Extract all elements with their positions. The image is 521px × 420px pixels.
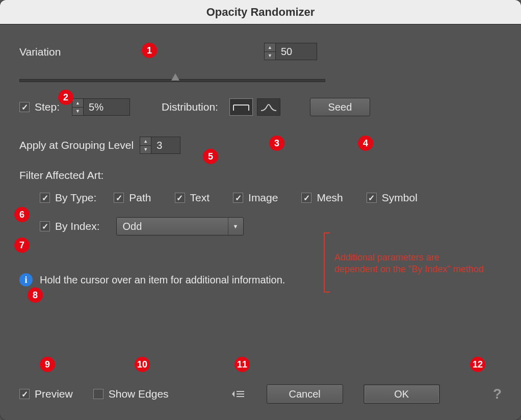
dialog-title: Opacity Randomizer (206, 6, 315, 19)
type-text-checkbox[interactable] (175, 193, 185, 203)
flyout-menu-icon[interactable] (232, 390, 244, 398)
variation-value[interactable]: 50 (276, 43, 317, 60)
ok-label: OK (394, 388, 409, 400)
type-image-checkbox[interactable] (233, 193, 243, 203)
step-up[interactable]: ▲ (72, 99, 83, 108)
step-value[interactable]: 5% (84, 99, 129, 115)
gaussian-dist-icon (260, 102, 277, 112)
marker-4: 4 (358, 136, 373, 151)
marker-9: 9 (40, 357, 55, 372)
step-checkbox[interactable] (19, 102, 30, 112)
uniform-dist-icon (232, 102, 250, 112)
marker-5: 5 (203, 149, 218, 164)
slider-thumb[interactable] (171, 73, 179, 81)
variation-label: Variation (19, 46, 61, 58)
cancel-button[interactable]: Cancel (267, 384, 343, 404)
type-symbol-label: Symbol (382, 192, 418, 204)
step-label: Step: (35, 101, 60, 113)
by-index-dropdown[interactable]: Odd ▼ (116, 217, 244, 235)
marker-10: 10 (135, 357, 150, 372)
type-image-label: Image (248, 192, 278, 204)
variation-step-up[interactable]: ▲ (265, 43, 275, 52)
marker-1: 1 (142, 43, 157, 58)
cancel-label: Cancel (289, 388, 320, 400)
distribution-gaussian-button[interactable] (257, 98, 280, 116)
variation-step-down[interactable]: ▼ (265, 52, 275, 60)
annotation-line2: dependent on the "By Index" method (334, 264, 484, 275)
distribution-uniform-button[interactable] (229, 98, 253, 116)
annotation-bracket (324, 232, 330, 293)
show-edges-label: Show Edges (109, 388, 169, 400)
distribution-label: Distribution: (162, 101, 218, 113)
by-type-checkbox[interactable] (40, 193, 50, 203)
chevron-down-icon: ▼ (228, 218, 243, 235)
grouping-down[interactable]: ▼ (140, 146, 151, 154)
type-text-label: Text (190, 192, 210, 204)
by-index-value: Odd (117, 218, 228, 235)
step-stepper[interactable]: ▲ ▼ 5% (72, 98, 130, 116)
marker-3: 3 (269, 136, 284, 151)
marker-2: 2 (58, 90, 73, 105)
type-path-checkbox[interactable] (114, 193, 124, 203)
type-symbol-checkbox[interactable] (367, 193, 377, 203)
type-mesh-checkbox[interactable] (301, 193, 311, 203)
preview-checkbox[interactable] (19, 389, 30, 399)
variation-slider[interactable] (19, 75, 325, 85)
grouping-value[interactable]: 3 (151, 137, 180, 153)
info-icon: i (19, 273, 33, 286)
by-type-label: By Type: (55, 192, 96, 204)
marker-6: 6 (14, 207, 30, 222)
step-down[interactable]: ▼ (72, 108, 83, 116)
grouping-up[interactable]: ▲ (140, 137, 151, 146)
grouping-label: Apply at Grouping Level (19, 139, 134, 151)
titlebar: Opacity Randomizer (0, 0, 521, 24)
by-index-checkbox[interactable] (40, 221, 50, 231)
filter-title: Filter Affected Art: (19, 169, 502, 181)
marker-11: 11 (235, 357, 250, 372)
dialog-window: Opacity Randomizer Variation ▲ ▼ 50 Ste (0, 0, 521, 420)
seed-label: Seed (328, 101, 352, 113)
info-text: Hold the cursor over an item for additio… (40, 274, 285, 286)
type-mesh-label: Mesh (317, 192, 343, 204)
marker-12: 12 (470, 357, 485, 372)
grouping-stepper[interactable]: ▲ ▼ 3 (140, 137, 180, 154)
annotation-text: Additional parameters are dependent on t… (334, 252, 484, 276)
preview-label: Preview (35, 388, 73, 400)
annotation-line1: Additional parameters are (334, 252, 484, 264)
dialog-content: Variation ▲ ▼ 50 Step: ▲ ▼ (0, 24, 521, 420)
marker-7: 7 (14, 238, 30, 253)
help-icon[interactable]: ? (493, 386, 502, 402)
show-edges-checkbox[interactable] (93, 389, 103, 399)
seed-button[interactable]: Seed (310, 98, 370, 116)
marker-8: 8 (28, 287, 43, 303)
type-path-label: Path (129, 192, 151, 204)
by-index-label: By Index: (55, 220, 100, 232)
ok-button[interactable]: OK (363, 384, 440, 404)
variation-stepper[interactable]: ▲ ▼ 50 (264, 43, 317, 60)
